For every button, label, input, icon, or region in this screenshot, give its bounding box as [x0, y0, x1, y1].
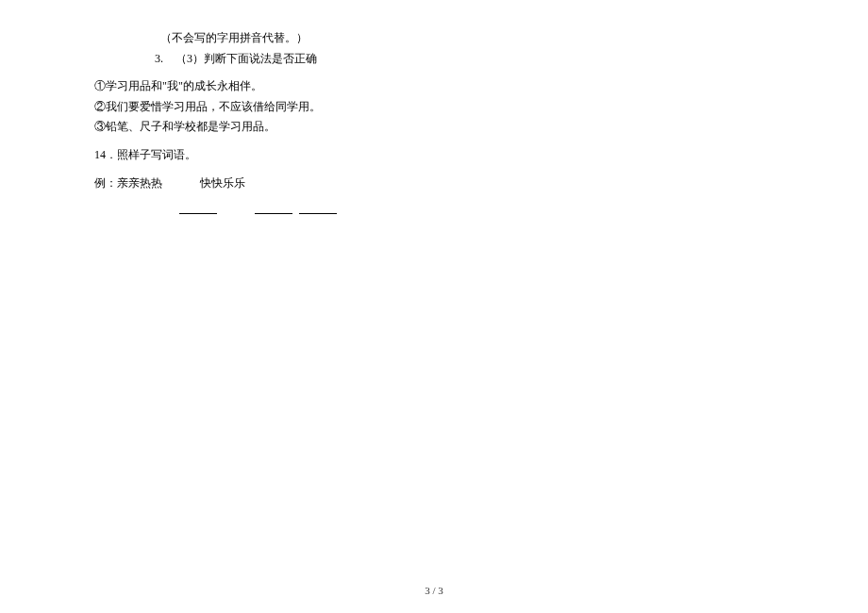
- question-14: 14．照样子写词语。: [94, 145, 774, 166]
- pinyin-note-text: （不会写的字用拼音代替。）: [160, 31, 308, 44]
- statements-block: ①学习用品和"我"的成长永相伴。 ②我们要爱惜学习用品，不应该借给同学用。 ③铅…: [94, 76, 774, 138]
- statement-1: ①学习用品和"我"的成长永相伴。: [94, 76, 774, 97]
- example-line: 例：亲亲热热快快乐乐: [94, 174, 774, 194]
- answer-blank[interactable]: [255, 201, 292, 214]
- example-word-1: 亲亲热热: [117, 176, 162, 190]
- answer-blanks-row: [94, 201, 774, 218]
- document-page: （不会写的字用拼音代替。） 3. （3）判断下面说法是否正确 ①学习用品和"我"…: [0, 0, 868, 613]
- sub-number: 3.: [146, 49, 163, 70]
- statement-3: ③铅笔、尺子和学校都是学习用品。: [94, 117, 774, 138]
- page-footer: 3 / 3: [0, 585, 868, 596]
- answer-blank[interactable]: [299, 201, 337, 214]
- example-word-2: 快快乐乐: [200, 176, 245, 190]
- pinyin-note-line: （不会写的字用拼音代替。）: [94, 28, 774, 49]
- statement-2: ②我们要爱惜学习用品，不应该借给同学用。: [94, 97, 774, 118]
- sub-question-line: 3. （3）判断下面说法是否正确: [94, 49, 774, 70]
- example-prefix: 例：: [94, 176, 117, 190]
- answer-blank[interactable]: [179, 201, 217, 214]
- sub-question-text: （3）判断下面说法是否正确: [175, 52, 317, 65]
